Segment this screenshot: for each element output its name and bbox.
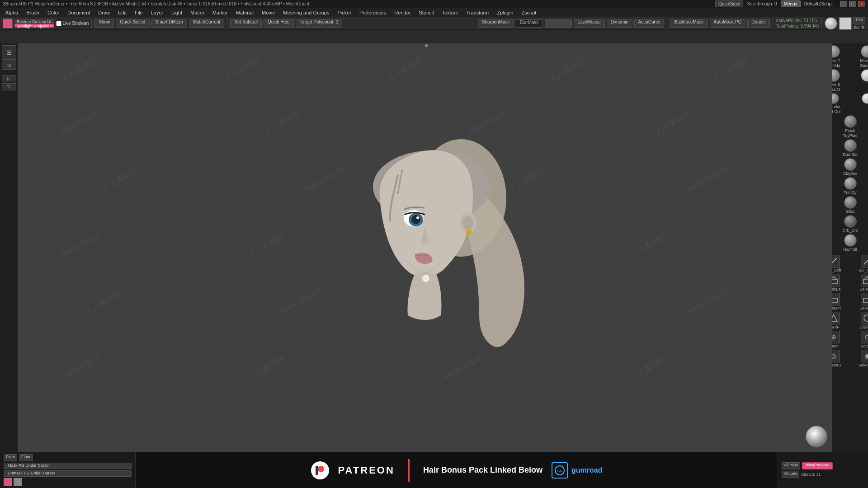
brush-so-soft[interactable] [832, 255, 840, 267]
brush-selectm[interactable] [861, 293, 868, 305]
menu-item-zplugin[interactable]: Zplugin [493, 9, 517, 16]
3d-head-model[interactable] [307, 108, 542, 370]
menu-item-movie[interactable]: Movie [258, 9, 278, 16]
all-low-btn[interactable]: All Low [782, 471, 799, 478]
brush-hairtull[interactable] [844, 234, 857, 247]
menu-item-brush[interactable]: Brush [23, 9, 43, 16]
material-swatch-1[interactable] [825, 17, 837, 30]
material-swatch-2[interactable] [839, 17, 852, 30]
floor-btn[interactable]: Floor [19, 454, 33, 461]
bottom-swatch[interactable] [4, 478, 12, 486]
brush-so-ham[interactable] [861, 255, 868, 267]
brush-standar[interactable] [832, 93, 839, 104]
patreon-banner[interactable]: PATREON Hair Bonus Pack Linked Below GR … [136, 452, 778, 488]
unmask-pg-btn[interactable]: Unmask PG Under Cursor [4, 470, 132, 477]
spotlight-projection-btn[interactable]: Spotlight Projection [14, 23, 54, 28]
blur-mask-input[interactable]: BlurMask [516, 19, 543, 28]
all-high-btn[interactable]: All High [782, 462, 800, 469]
minimize-btn[interactable]: _ [840, 1, 847, 7]
maximize-btn[interactable]: □ [849, 1, 856, 7]
brush-claybui[interactable] [844, 158, 857, 171]
auto-mask-pg-btn[interactable]: AutoMask PG [710, 19, 746, 28]
menus-btn[interactable]: Menus [781, 0, 801, 7]
menu-item-picker[interactable]: Picker [334, 9, 355, 16]
menu-item-marker[interactable]: Marker [209, 9, 231, 16]
quick-save-btn[interactable]: QuickSave [715, 0, 743, 7]
bottom-swatch2[interactable] [14, 478, 22, 486]
svg-rect-12 [832, 298, 837, 303]
brush-inflat[interactable] [844, 196, 857, 209]
svg-point-15 [864, 315, 868, 321]
left-tool-3[interactable]: ▷ [2, 75, 16, 82]
menu-item-light[interactable]: Light [168, 9, 186, 16]
menu-item-texture[interactable]: Texture [438, 9, 462, 16]
menu-item-material[interactable]: Material [232, 9, 257, 16]
mask-pg-btn[interactable]: Mask PG Under Cursor [4, 463, 132, 469]
brush-zoom[interactable]: ⊕ [832, 331, 840, 343]
brush-move-t-basic[interactable] [861, 45, 868, 58]
menu-item-preferences[interactable]: Preferences [356, 9, 390, 16]
pivot-btn[interactable]: Pivot [4, 454, 17, 461]
menu-item-stencil[interactable]: Stencil [415, 9, 437, 16]
brush-maskla[interactable] [832, 274, 840, 286]
menu-item-transform[interactable]: Transform [463, 9, 493, 16]
quick-hide-btn[interactable]: Quick Hide [264, 19, 294, 28]
brush-masters[interactable]: ◎ [832, 350, 840, 362]
pen-mode-btn[interactable]: Pen [854, 17, 865, 24]
brush-claicuo[interactable] [861, 312, 868, 324]
gumroad-label: gumroad [571, 466, 602, 474]
slider-blur[interactable] [545, 19, 572, 28]
brush-trimdy[interactable] [844, 177, 857, 190]
was-preview-btn[interactable]: WasPreview [802, 462, 833, 469]
double-btn[interactable]: Double [747, 19, 770, 28]
brush-pinch[interactable] [844, 115, 857, 128]
brush-orb-crs[interactable] [844, 215, 857, 228]
set-subtool-btn[interactable]: Set Subtool [230, 19, 262, 28]
menu-item-color[interactable]: Color [44, 9, 63, 16]
menu-item-render[interactable]: Render [391, 9, 414, 16]
brush-move-t-silm[interactable] [832, 45, 840, 58]
close-btn[interactable]: × [858, 1, 865, 7]
stretch-label: Stretch: 31 [801, 472, 821, 477]
dynamic-btn[interactable]: Dynamic [607, 19, 632, 28]
svg-rect-10 [832, 279, 837, 284]
left-tool-4[interactable]: ▽ [2, 83, 16, 90]
right-brush-panel: Move T SilmMa Move T BasicM Move E Basic… [832, 43, 868, 452]
left-tool-1[interactable]: ⊞ [2, 45, 16, 60]
backface-mask-btn[interactable]: BackfaceMask [670, 19, 708, 28]
default-zscript[interactable]: DefaultZScript [804, 1, 833, 6]
brush-selectm2[interactable]: ◉ [861, 350, 868, 362]
brush-selectli[interactable] [861, 274, 868, 286]
lazy-mouse-btn[interactable]: LazyMouse [574, 19, 605, 28]
left-panel: ⊞ ⊡ ▷ ▽ [0, 43, 18, 452]
menu-item-document[interactable]: Document [64, 9, 94, 16]
brush-aahif[interactable] [832, 312, 840, 324]
navigation-sphere[interactable] [806, 426, 827, 447]
menu-item-draw[interactable]: Draw [94, 9, 113, 16]
target-polycount[interactable]: Target Polycount: 1 [296, 19, 343, 28]
menu-item-edit[interactable]: Edit [114, 9, 130, 16]
menu-item-file[interactable]: File [131, 9, 146, 16]
menu-item-layer[interactable]: Layer [147, 9, 167, 16]
match-current-btn[interactable]: MatchCurrent [189, 19, 225, 28]
menu-item-zscript[interactable]: Zscript [518, 9, 540, 16]
menu-item-meshing[interactable]: Meshing and Groups [279, 9, 333, 16]
menu-item-macro[interactable]: Macro [187, 9, 208, 16]
accu-curve-btn[interactable]: AccuCurve [634, 19, 665, 28]
smart-dmesh-btn[interactable]: Smart DMesh [151, 19, 187, 28]
quick-select-btn[interactable]: Quick Select [116, 19, 149, 28]
brush-actuali[interactable]: ⊙ [861, 331, 868, 343]
menu-item-alpha[interactable]: Alpha [2, 9, 22, 16]
show-btn[interactable]: Show [94, 19, 114, 28]
sharpen-mask-btn[interactable]: SharpenMask [478, 19, 514, 28]
brush-light1[interactable] [861, 69, 868, 82]
brush-light2[interactable] [862, 93, 868, 104]
brush-masspri[interactable] [832, 293, 840, 305]
left-tool-2[interactable]: ⊡ [2, 61, 16, 70]
brush-damsta[interactable] [844, 139, 857, 152]
viewport[interactable]: 人人素材区 人人素材区 人人素材区 人人素材区 人人素材区 www.rrcg.c… [18, 43, 832, 452]
color-swatch-primary[interactable] [3, 19, 13, 28]
restore-custom-ui-btn[interactable]: Restore Custom UI [14, 19, 54, 23]
live-boolean-checkbox[interactable]: Live Boolean [56, 21, 89, 26]
brush-move-e[interactable] [832, 69, 840, 82]
